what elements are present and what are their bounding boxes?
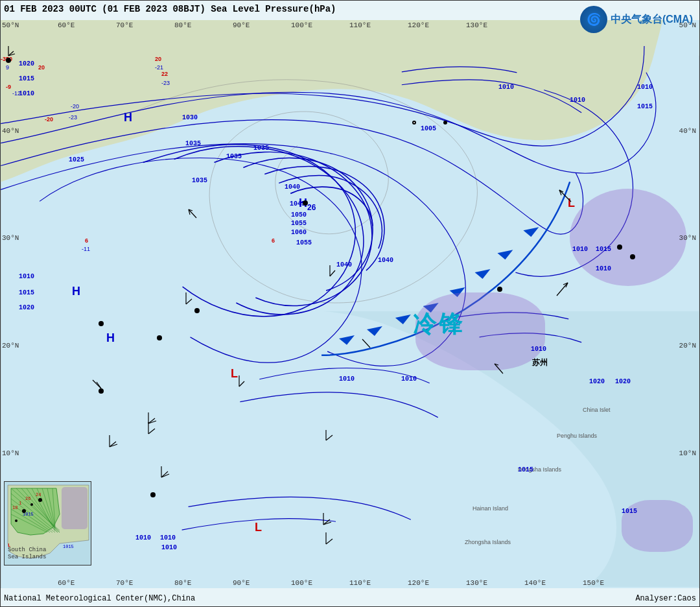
lon-100e-t: 100°E bbox=[291, 21, 312, 29]
svg-point-96 bbox=[38, 498, 42, 502]
lon-110e: 110°E bbox=[349, 579, 371, 587]
lat-20n-l: 20°N bbox=[2, 342, 19, 350]
svg-line-70 bbox=[495, 364, 503, 374]
footer-right: Analyser:Caos bbox=[635, 594, 696, 603]
cma-logo: 🌀 中央气象台(CMA) bbox=[580, 6, 693, 33]
lon-150e: 150°E bbox=[583, 579, 604, 587]
svg-text:24: 24 bbox=[36, 492, 41, 497]
svg-line-43 bbox=[330, 270, 335, 276]
svg-line-50 bbox=[161, 474, 169, 477]
svg-line-61 bbox=[557, 283, 568, 296]
lon-60e-t: 60°E bbox=[58, 21, 75, 29]
svg-line-49 bbox=[161, 471, 168, 477]
cold-front-label: 冷锋 bbox=[413, 309, 465, 340]
lon-120e: 120°E bbox=[408, 579, 429, 587]
svg-line-69 bbox=[362, 339, 370, 348]
lon-60e: 60°E bbox=[58, 579, 75, 587]
lon-80e-t: 80°E bbox=[174, 21, 191, 29]
svg-line-72 bbox=[559, 190, 571, 202]
lon-120e-t: 120°E bbox=[408, 21, 429, 29]
lat-10n-l: 10°N bbox=[2, 449, 19, 457]
inset-title: South China Sea Islands bbox=[8, 547, 46, 562]
svg-line-65 bbox=[97, 382, 101, 388]
wind-barbs-svg bbox=[1, 20, 699, 588]
bottom-bar: National Meteorological Center(NMC),Chin… bbox=[4, 594, 696, 603]
footer-left: National Meteorological Center(NMC),Chin… bbox=[4, 594, 195, 603]
data-overlay: H H26 H H L L L 冷锋 苏州 China Islet Penghu… bbox=[1, 20, 699, 588]
svg-text:1: 1 bbox=[19, 501, 21, 506]
svg-line-47 bbox=[326, 435, 332, 440]
lon-110e-t: 110°E bbox=[349, 21, 371, 29]
svg-rect-90 bbox=[62, 487, 88, 529]
svg-point-94 bbox=[15, 519, 18, 522]
svg-line-55 bbox=[326, 539, 332, 544]
lon-130e-t: 130°E bbox=[466, 21, 487, 29]
map-container: 01 FEB 2023 00UTC (01 FEB 2023 08BJT) Se… bbox=[0, 0, 700, 607]
lat-40n-l: 40°N bbox=[2, 127, 19, 135]
cma-logo-icon: 🌀 bbox=[580, 6, 607, 33]
main-map: H H26 H H L L L 冷锋 苏州 China Islet Penghu… bbox=[1, 20, 699, 588]
lat-50n-l: 50°N bbox=[2, 21, 19, 29]
title-text: 01 FEB 2023 00UTC (01 FEB 2023 08BJT) Se… bbox=[4, 4, 336, 14]
lat-30n-l: 30°N bbox=[2, 234, 19, 242]
cma-logo-text: 中央气象台(CMA) bbox=[611, 13, 693, 27]
lon-90e-t: 90°E bbox=[233, 21, 250, 29]
lon-100e: 100°E bbox=[291, 579, 312, 587]
lon-70e: 70°E bbox=[116, 579, 133, 587]
svg-text:1015: 1015 bbox=[63, 544, 74, 549]
title-bar: 01 FEB 2023 00UTC (01 FEB 2023 08BJT) Se… bbox=[4, 4, 336, 14]
svg-line-57 bbox=[148, 429, 155, 434]
lat-30n: 30°N bbox=[679, 234, 696, 242]
lon-90e: 90°E bbox=[233, 579, 250, 587]
lon-70e-t: 70°E bbox=[116, 21, 133, 29]
svg-point-93 bbox=[22, 509, 26, 513]
svg-point-95 bbox=[30, 503, 33, 506]
svg-text:18: 18 bbox=[12, 505, 18, 510]
svg-line-38 bbox=[186, 299, 192, 304]
inset-map: 1015 L 1015 18 1 26 24 South China Sea I… bbox=[4, 481, 91, 565]
lon-80e: 80°E bbox=[174, 579, 191, 587]
svg-text:26: 26 bbox=[25, 496, 30, 501]
lat-40n: 40°N bbox=[679, 127, 696, 135]
svg-line-45 bbox=[239, 381, 244, 387]
lat-20n: 20°N bbox=[679, 342, 696, 350]
lon-130e: 130°E bbox=[466, 579, 487, 587]
lon-140e: 140°E bbox=[524, 579, 546, 587]
lat-10n: 10°N bbox=[679, 449, 696, 457]
